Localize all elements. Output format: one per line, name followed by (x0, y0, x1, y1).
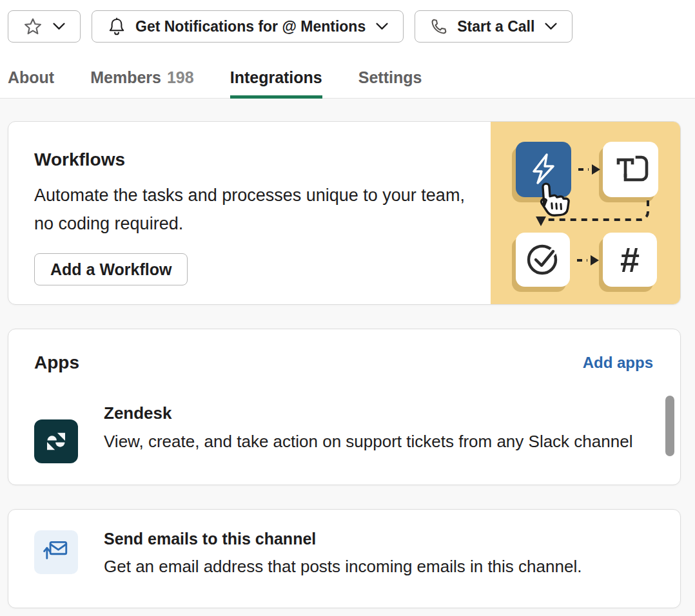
email-icon-tile (34, 530, 78, 574)
app-info: Zendesk View, create, and take action on… (104, 389, 641, 456)
zendesk-app-icon (34, 419, 78, 463)
tab-members[interactable]: Members 198 (90, 61, 193, 99)
workflows-title: Workflows (34, 149, 479, 171)
apps-title: Apps (34, 352, 79, 373)
lightning-icon (525, 150, 562, 189)
star-icon (23, 17, 43, 36)
workflows-text: Workflows Automate the tasks and process… (34, 149, 479, 285)
apps-list-viewport[interactable]: Zendesk View, create, and take action on… (8, 389, 680, 468)
email-card-text: Send emails to this channel Get an email… (104, 526, 582, 579)
tab-bar: About Members 198 Integrations Settings (8, 61, 422, 98)
app-row-zendesk[interactable]: Zendesk View, create, and take action on… (34, 389, 641, 456)
email-forward-icon (43, 537, 70, 567)
text-snippet-icon (610, 148, 651, 191)
header: Get Notifications for @ Mentions Start a… (0, 0, 695, 99)
send-emails-card[interactable]: Send emails to this channel Get an email… (8, 509, 681, 608)
add-workflow-button[interactable]: Add a Workflow (34, 253, 188, 285)
check-circle-tile (516, 233, 570, 287)
channel-details-integrations-panel: Get Notifications for @ Mentions Start a… (0, 0, 695, 616)
workflows-card: Workflows Automate the tasks and process… (8, 121, 681, 305)
phone-icon (430, 17, 448, 35)
app-name: Zendesk (104, 401, 641, 425)
check-circle-icon (524, 239, 562, 280)
bell-icon (107, 17, 126, 36)
channel-hash-icon: # (620, 240, 640, 280)
email-card-title: Send emails to this channel (104, 526, 582, 551)
chevron-down-icon (545, 23, 557, 30)
workflows-description: Automate the tasks and processes unique … (34, 181, 479, 238)
notifications-button-label: Get Notifications for @ Mentions (135, 18, 366, 35)
chevron-down-icon (53, 23, 65, 30)
header-actions: Get Notifications for @ Mentions Start a… (8, 10, 573, 43)
app-description: View, create, and take action on support… (104, 427, 649, 456)
text-snippet-tile (603, 142, 658, 197)
members-count: 198 (167, 68, 194, 87)
channel-hash-tile: # (603, 233, 657, 287)
tab-about[interactable]: About (8, 61, 54, 99)
chevron-down-icon (376, 23, 388, 30)
apps-card-header: Apps Add apps (34, 352, 653, 373)
apps-scrollbar-thumb[interactable] (665, 396, 674, 456)
lightning-tile (516, 142, 571, 197)
tab-integrations[interactable]: Integrations (230, 61, 322, 99)
add-apps-link[interactable]: Add apps (583, 354, 653, 372)
email-card-description: Get an email address that posts incoming… (104, 553, 582, 579)
start-call-button[interactable]: Start a Call (415, 10, 573, 43)
workflows-illustration: # (491, 122, 680, 304)
start-call-button-label: Start a Call (457, 18, 534, 35)
apps-card: Apps Add apps Zendesk View, create, and … (8, 329, 681, 485)
tab-settings[interactable]: Settings (358, 61, 422, 99)
notifications-button[interactable]: Get Notifications for @ Mentions (92, 10, 404, 43)
star-channel-button[interactable] (8, 10, 81, 43)
